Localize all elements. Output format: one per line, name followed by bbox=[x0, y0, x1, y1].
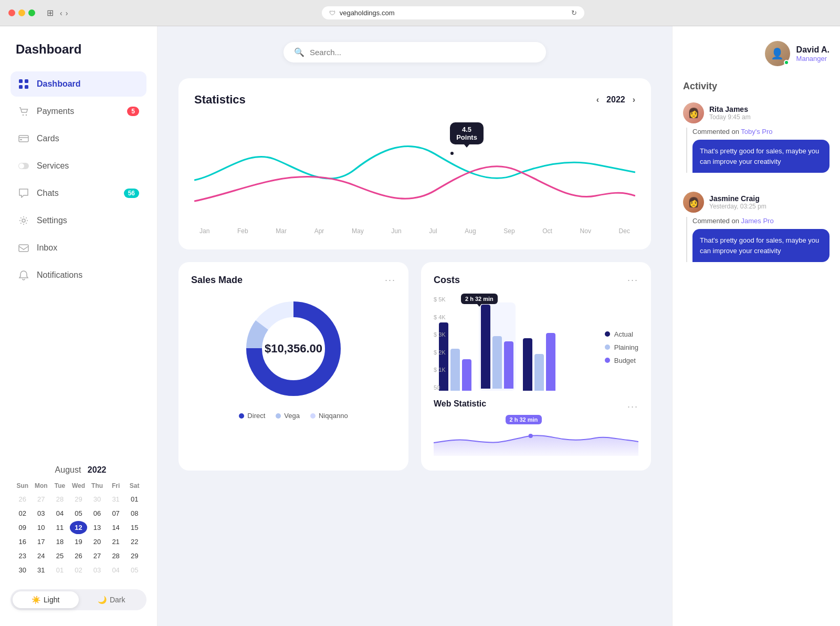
tooltip-value: 4.5 bbox=[456, 126, 477, 133]
cal-day[interactable]: 14 bbox=[107, 521, 125, 534]
activity-time-2: Yesterday, 03:25 pm bbox=[709, 203, 766, 210]
donut-container: $10,356.00 Direct Vega Niq bbox=[191, 296, 396, 420]
activity-content-2: Commented on James Pro That's pretty goo… bbox=[692, 217, 830, 262]
cal-day[interactable]: 21 bbox=[107, 535, 125, 548]
sidebar-item-dashboard[interactable]: Dashboard bbox=[10, 71, 146, 97]
cal-day[interactable]: 28 bbox=[51, 493, 69, 506]
cal-day[interactable]: 18 bbox=[51, 535, 69, 548]
theme-toggle[interactable]: ☀️ Light 🌙 Dark bbox=[10, 589, 146, 610]
calendar: August 2022 Sun Mon Tue Wed Thu Fri Sat … bbox=[10, 465, 146, 577]
sidebar-item-services-label: Services bbox=[37, 161, 69, 171]
cal-day[interactable]: 24 bbox=[33, 549, 50, 562]
cal-day[interactable]: 27 bbox=[88, 549, 106, 562]
online-indicator bbox=[784, 60, 789, 65]
y-label: $ 2K bbox=[434, 349, 446, 356]
activity-link-1[interactable]: Toby's Pro bbox=[741, 128, 772, 135]
cal-day[interactable]: 03 bbox=[88, 564, 106, 577]
cal-day[interactable]: 04 bbox=[107, 564, 125, 577]
avatar-wrap: 👤 bbox=[765, 41, 790, 66]
grid-icon bbox=[18, 78, 29, 90]
web-stat-more-button[interactable]: ··· bbox=[627, 401, 638, 412]
prev-year-button[interactable]: ‹ bbox=[596, 95, 599, 105]
cal-day[interactable]: 22 bbox=[125, 535, 143, 548]
cal-day[interactable]: 03 bbox=[33, 507, 50, 520]
cal-day[interactable]: 15 bbox=[125, 521, 143, 534]
cal-day[interactable]: 02 bbox=[14, 507, 32, 520]
search-bar: 🔍 bbox=[284, 42, 546, 62]
year-display: 2022 bbox=[606, 95, 625, 105]
cal-day[interactable]: 13 bbox=[88, 521, 106, 534]
sidebar-item-settings[interactable]: Settings bbox=[10, 208, 146, 233]
cal-day[interactable]: 16 bbox=[14, 535, 32, 548]
cal-day[interactable]: 01 bbox=[125, 493, 143, 506]
sidebar-item-cards-label: Cards bbox=[37, 134, 59, 143]
minimize-button[interactable] bbox=[18, 9, 25, 16]
bell-icon bbox=[18, 269, 29, 281]
cal-day[interactable]: 17 bbox=[33, 535, 50, 548]
sidebar-item-cards[interactable]: Cards bbox=[10, 126, 146, 151]
cal-day[interactable]: 04 bbox=[51, 507, 69, 520]
sidebar-item-payments[interactable]: Payments 5 bbox=[10, 99, 146, 124]
sidebar-item-services[interactable]: Services bbox=[10, 153, 146, 179]
cal-day[interactable]: 25 bbox=[51, 549, 69, 562]
legend-niqqanno: Niqqanno bbox=[310, 412, 348, 420]
cal-day[interactable]: 08 bbox=[125, 507, 143, 520]
cal-day[interactable]: 29 bbox=[70, 493, 88, 506]
cal-day[interactable]: 05 bbox=[125, 564, 143, 577]
cal-day-today[interactable]: 12 bbox=[70, 521, 88, 534]
forward-icon[interactable]: › bbox=[66, 9, 68, 17]
traffic-lights bbox=[8, 9, 35, 16]
cal-day[interactable]: 06 bbox=[88, 507, 106, 520]
activity-link-2[interactable]: James Pro bbox=[741, 217, 774, 225]
close-button[interactable] bbox=[8, 9, 15, 16]
donut-chart: $10,356.00 bbox=[241, 296, 346, 401]
refresh-icon[interactable]: ↻ bbox=[571, 9, 577, 17]
legend-label-direct: Direct bbox=[247, 412, 265, 420]
bar-plan-2 bbox=[492, 336, 502, 389]
cal-day[interactable]: 26 bbox=[70, 549, 88, 562]
cal-day[interactable]: 01 bbox=[51, 564, 69, 577]
light-theme-button[interactable]: ☀️ Light bbox=[13, 591, 79, 608]
sales-legend: Direct Vega Niqqanno bbox=[239, 412, 348, 420]
sales-more-button[interactable]: ··· bbox=[385, 275, 396, 286]
costs-more-button[interactable]: ··· bbox=[627, 275, 638, 286]
address-bar[interactable]: 🛡 vegaholdings.com ↻ bbox=[322, 6, 584, 19]
cal-day[interactable]: 07 bbox=[107, 507, 125, 520]
back-icon[interactable]: ‹ bbox=[60, 9, 62, 17]
sidebar-item-notifications[interactable]: Notifications bbox=[10, 263, 146, 288]
cal-day[interactable]: 31 bbox=[33, 564, 50, 577]
cal-day[interactable]: 31 bbox=[107, 493, 125, 506]
sales-made-card: Sales Made ··· $10,356.00 bbox=[178, 262, 408, 471]
activity-user-info-1: Rita James Today 9:45 am bbox=[709, 105, 751, 121]
cal-day[interactable]: 27 bbox=[33, 493, 50, 506]
cal-day[interactable]: 05 bbox=[70, 507, 88, 520]
cal-day[interactable]: 30 bbox=[14, 564, 32, 577]
sidebar-toggle-icon[interactable]: ⊞ bbox=[47, 8, 54, 18]
sidebar-item-inbox[interactable]: Inbox bbox=[10, 235, 146, 260]
chart-label-oct: Oct bbox=[542, 227, 552, 235]
cal-day[interactable]: 19 bbox=[70, 535, 88, 548]
calendar-grid: Sun Mon Tue Wed Thu Fri Sat 26 27 28 29 … bbox=[14, 480, 143, 577]
shield-icon: 🛡 bbox=[329, 9, 335, 17]
dark-theme-button[interactable]: 🌙 Dark bbox=[79, 591, 145, 608]
cal-day[interactable]: 10 bbox=[33, 521, 50, 534]
user-name: David A. bbox=[796, 45, 830, 55]
search-input[interactable] bbox=[310, 48, 536, 57]
settings-icon bbox=[18, 215, 29, 226]
cal-day[interactable]: 28 bbox=[107, 549, 125, 562]
cal-day[interactable]: 30 bbox=[88, 493, 106, 506]
sidebar-item-chats[interactable]: Chats 56 bbox=[10, 181, 146, 206]
cal-day[interactable]: 02 bbox=[70, 564, 88, 577]
activity-spacer bbox=[683, 183, 830, 192]
cal-day[interactable]: 26 bbox=[14, 493, 32, 506]
cal-day[interactable]: 09 bbox=[14, 521, 32, 534]
statistics-chart: 4.5 Points bbox=[194, 117, 635, 222]
next-year-button[interactable]: › bbox=[633, 95, 635, 105]
cal-day[interactable]: 11 bbox=[51, 521, 69, 534]
cal-day[interactable]: 29 bbox=[125, 549, 143, 562]
sidebar-nav: Dashboard Payments 5 bbox=[10, 71, 146, 290]
cal-day[interactable]: 23 bbox=[14, 549, 32, 562]
sidebar-item-dashboard-label: Dashboard bbox=[37, 79, 81, 89]
cal-day[interactable]: 20 bbox=[88, 535, 106, 548]
maximize-button[interactable] bbox=[28, 9, 35, 16]
